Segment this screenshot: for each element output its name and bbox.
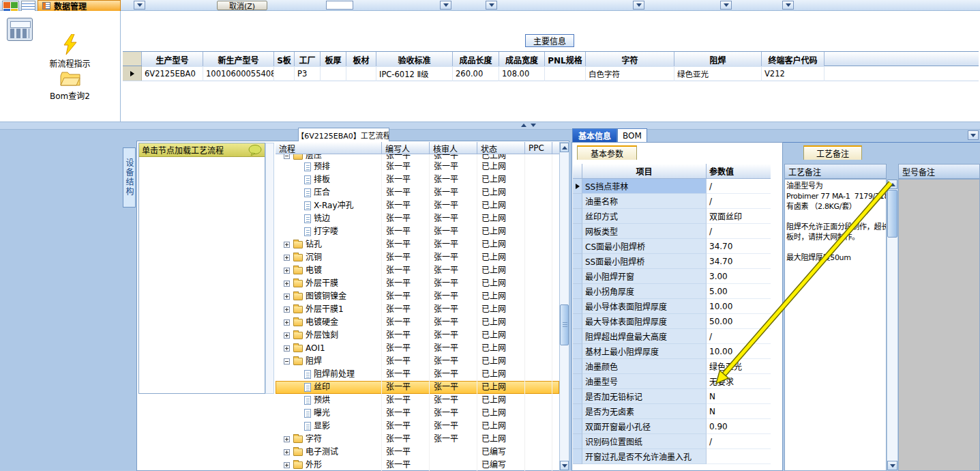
param-value[interactable]: /	[707, 224, 771, 239]
device-structure-tab[interactable]: 设备结构	[123, 147, 136, 208]
flow-tree-row[interactable]: 曝光 张一平 张一平 已上网	[276, 407, 559, 420]
flow-panel-tab[interactable]: 【6V2125EBA0】工艺流程	[298, 128, 389, 141]
flow-tree-row[interactable]: 外层干膜1 张一平 张一平 已上网	[276, 303, 559, 316]
process-note-text[interactable]: 油墨型号为 Probimer 77 MA-1 7179/7180 有卤素 （2.…	[784, 179, 887, 471]
flow-tree-row[interactable]: 阻焊前处理 张一平 张一平 已上网	[276, 368, 559, 381]
tree-expand-icon[interactable]	[284, 436, 290, 442]
param-row[interactable]: 油墨名称 /	[573, 194, 771, 209]
notes-scrollbar[interactable]	[887, 179, 898, 471]
flow-tree-row[interactable]: 沉铜 张一平 张一平 已上网	[276, 251, 559, 264]
param-row[interactable]: SS面最小阻焊桥 34.70	[573, 254, 771, 269]
param-value[interactable]: /	[707, 179, 771, 194]
tree-expand-icon[interactable]	[284, 449, 290, 455]
main-table-column-header[interactable]: 板材	[346, 52, 376, 67]
column-header-value[interactable]: 参数值	[707, 164, 771, 178]
toolbar-combo-arrow[interactable]	[633, 1, 644, 10]
cancel-button[interactable]: 取消(Z)	[217, 1, 267, 10]
scroll-up-button[interactable]	[560, 143, 569, 152]
param-value[interactable]: 34.70	[707, 239, 771, 254]
param-row[interactable]: 丝印方式 双面丝印	[573, 209, 771, 224]
flow-tree-row[interactable]: 丝印 张一平 张一平 已上网	[276, 381, 559, 394]
tree-expand-icon[interactable]	[284, 281, 290, 287]
param-row[interactable]: 油墨型号 无要求	[573, 374, 771, 389]
param-row[interactable]: 最小阻焊开窗 3.00	[573, 269, 771, 284]
column-header-item[interactable]: 项目	[582, 164, 707, 178]
data-management-header[interactable]: 数据管理	[38, 0, 121, 12]
column-header-flow[interactable]: 流程	[276, 142, 382, 154]
main-table-column-header[interactable]: 字符	[586, 52, 674, 67]
toolbar-combo-arrow[interactable]	[782, 1, 794, 10]
param-row[interactable]: CS面最小阻焊桥 34.70	[573, 239, 771, 254]
flow-tree-row[interactable]: X-Ray冲孔 张一平 张一平 已上网	[276, 199, 559, 212]
tree-expand-icon[interactable]	[284, 268, 290, 274]
param-value[interactable]: 5.00	[707, 284, 771, 299]
toolbar-combo-arrow[interactable]	[486, 1, 497, 10]
param-row[interactable]: 识别码位置图纸 /	[573, 434, 771, 449]
main-table-column-header[interactable]: S板	[274, 52, 295, 67]
main-table-column-header[interactable]: 验收标准	[376, 52, 453, 67]
tree-expand-icon[interactable]	[284, 462, 290, 468]
param-value[interactable]: 双面丝印	[707, 209, 771, 224]
main-table-column-header[interactable]: 板厚	[321, 52, 346, 67]
param-value[interactable]: 10.00	[707, 299, 771, 314]
flow-tree-row[interactable]: 电镀硬金 张一平 张一平 已上网	[276, 316, 559, 329]
param-row[interactable]: 是否加无铅标记 N	[573, 389, 771, 404]
param-row[interactable]: 开窗过孔是否不允许油墨入孔	[573, 449, 771, 464]
column-header-status[interactable]: 状态	[477, 142, 525, 154]
flow-tree-row[interactable]: 电镀 张一平 张一平 已上网	[276, 264, 559, 277]
tree-expand-icon[interactable]	[284, 242, 290, 248]
param-row[interactable]: 最小导体表面阻焊厚度 10.00	[573, 299, 771, 314]
flow-tree-row[interactable]: 外形 张一平 已编写	[276, 459, 559, 471]
flow-tree-row[interactable]: 压合 张一平 张一平 已上网	[276, 186, 559, 199]
flow-tree-row[interactable]: 外层蚀刻 张一平 张一平 已上网	[276, 329, 559, 342]
column-header-model-note[interactable]: 型号备注	[898, 164, 980, 179]
flow-tree-row[interactable]: 外层干膜 张一平 张一平 已上网	[276, 277, 559, 290]
param-row[interactable]: 双面开窗最小孔径 0.90	[573, 419, 771, 434]
sidebar-item-bom-query[interactable]: Bom查询2	[20, 72, 119, 101]
tree-expand-icon[interactable]	[284, 154, 290, 159]
flow-tree-scrollbar[interactable]	[559, 142, 569, 471]
main-info-data-row[interactable]: 6V2125EBA0 10010600055408 P3 IPC-6012 Ⅱ级…	[123, 66, 979, 81]
main-table-column-header[interactable]: PNL规格	[545, 52, 586, 67]
tree-expand-icon[interactable]	[284, 255, 290, 261]
tree-expand-icon[interactable]	[284, 332, 290, 339]
tree-expand-icon[interactable]	[284, 319, 290, 326]
param-row[interactable]: 最小拐角厚度 5.00	[573, 284, 771, 299]
column-header-process-note[interactable]: 工艺备注	[784, 164, 887, 179]
param-value[interactable]: 50.00	[707, 314, 771, 329]
main-table-column-header[interactable]: 生产型号	[142, 52, 203, 67]
column-header-ppc[interactable]: PPC	[525, 142, 552, 154]
param-value[interactable]: /	[707, 194, 771, 209]
scroll-down-button[interactable]	[887, 461, 897, 470]
main-table-column-header[interactable]: 工厂	[295, 52, 321, 67]
tab-bom[interactable]: BOM	[617, 128, 647, 143]
flow-tree-row[interactable]: 打字喽 张一平 张一平 已上网	[276, 225, 559, 238]
flow-tree-row[interactable]: 电子测试 张一平 已编写	[276, 446, 559, 459]
param-value[interactable]: 3.00	[707, 269, 771, 284]
toolbar-combo-arrow[interactable]	[440, 1, 451, 10]
param-row[interactable]: 油墨颜色 绿色亚光	[573, 359, 771, 374]
toolbar-input[interactable]	[326, 1, 353, 10]
toolbar-combo-arrow[interactable]	[134, 1, 145, 10]
param-row[interactable]: 网板类型 /	[573, 224, 771, 239]
flow-tree-row[interactable]: 钻孔 张一平 张一平 已上网	[276, 238, 559, 251]
sidebar-item-new-flow[interactable]: 新流程指示	[20, 34, 119, 69]
flow-tree-row[interactable]: 层压 张一平 张一平 已上网	[276, 154, 559, 160]
flow-tree-row[interactable]: 阻焊 张一平 张一平 已上网	[276, 355, 559, 368]
scroll-up-button[interactable]	[887, 180, 897, 189]
main-table-column-header[interactable]: 阻焊	[674, 52, 762, 67]
tab-list-dropdown[interactable]	[968, 130, 979, 140]
flow-tree-row[interactable]: 预烘 张一平 张一平 已上网	[276, 394, 559, 407]
horizontal-splitter[interactable]	[0, 122, 980, 130]
tab-basic-info[interactable]: 基本信息	[572, 128, 617, 143]
param-row[interactable]: 阻焊超出焊盘最大高度 /	[573, 329, 771, 344]
param-value[interactable]	[707, 449, 771, 464]
param-value[interactable]: 绿色亚光	[707, 359, 771, 374]
param-value[interactable]: N	[707, 389, 771, 404]
tree-expand-icon[interactable]	[284, 358, 290, 365]
param-row[interactable]: SS挡点菲林 /	[573, 179, 771, 194]
hint-row[interactable]: 单击节点加载工艺流程	[139, 143, 265, 157]
flow-tree-row[interactable]: 显影 张一平 张一平 已上网	[276, 420, 559, 433]
sub-tab-basic-params[interactable]: 基本参数	[577, 145, 637, 160]
main-table-column-header[interactable]: 成品长度	[453, 52, 499, 67]
